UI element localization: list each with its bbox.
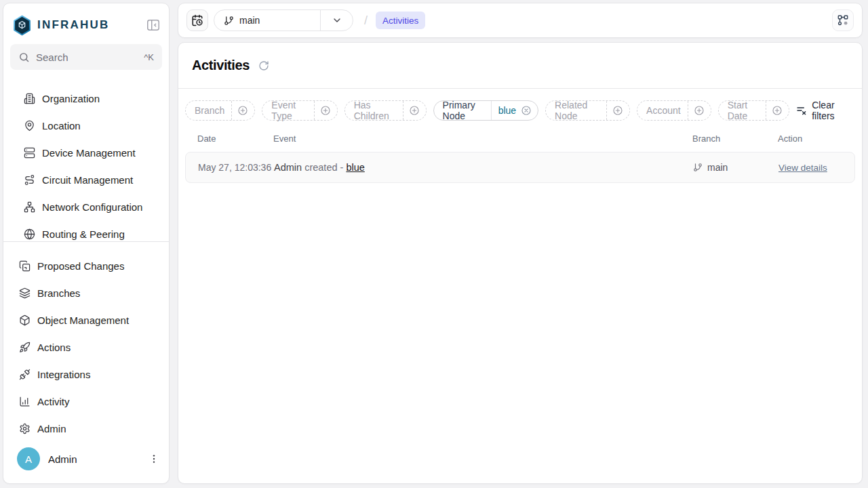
filter-chip-start-date[interactable]: Start Date — [718, 100, 789, 121]
search-icon — [18, 52, 30, 63]
gear-icon — [19, 423, 31, 434]
avatar: A — [17, 447, 40, 470]
brand-wordmark: INFRAHUB — [37, 18, 109, 32]
sidebar-item-label: Object Management — [37, 314, 129, 326]
server-icon — [24, 147, 35, 159]
sidebar-item-device-management[interactable]: Device Management — [3, 139, 169, 166]
plus-circle-icon[interactable] — [403, 101, 426, 120]
clear-filters-label: Clear filters — [812, 100, 851, 121]
rocket-icon — [19, 342, 31, 353]
branch-selector[interactable]: main — [214, 9, 353, 31]
sidebar-item-label: Actions — [37, 342, 71, 353]
sidebar-item-location[interactable]: Location — [3, 112, 169, 139]
sidebar-item-label: Organization — [42, 93, 100, 104]
layers-icon — [19, 287, 31, 299]
table-header: Date Event Branch Action — [185, 121, 855, 152]
sidebar-item-label: Admin — [37, 423, 66, 434]
calendar-clock-icon — [191, 14, 203, 26]
sidebar-item-organization[interactable]: Organization — [3, 85, 169, 112]
plus-circle-icon[interactable] — [231, 101, 254, 120]
sidebar-item-label: Circuit Management — [42, 174, 133, 186]
sidebar: INFRAHUB Search ^K Organization — [3, 3, 170, 484]
time-travel-button[interactable] — [186, 9, 208, 31]
sidebar-item-activity[interactable]: Activity — [3, 388, 169, 415]
filter-chip-label: Start Date — [719, 101, 766, 120]
sidebar-item-label: Branches — [37, 287, 80, 299]
sidebar-item-label: Proposed Changes — [37, 260, 124, 272]
filter-chip-branch[interactable]: Branch — [185, 100, 255, 121]
event-verb: created - — [304, 162, 343, 173]
sidebar-item-label: Device Management — [42, 147, 136, 159]
workflow-icon — [837, 14, 849, 26]
sidebar-item-proposed-changes[interactable]: Proposed Changes — [3, 252, 169, 279]
x-circle-icon[interactable] — [521, 105, 532, 116]
sidebar-item-label: Routing & Peering — [42, 228, 125, 240]
chevron-down-icon — [332, 15, 342, 26]
filter-chip-has-children[interactable]: Has Children — [344, 100, 427, 121]
branch-selector-value: main — [239, 15, 260, 26]
row-action: View details — [778, 161, 854, 174]
filter-chip-label: Has Children — [345, 101, 403, 120]
breadcrumb-separator: / — [364, 14, 368, 28]
sidebar-menu-primary: Organization Location Device Management — [3, 85, 169, 240]
sidebar-item-label: Integrations — [37, 369, 90, 380]
sidebar-item-label: Location — [42, 120, 81, 131]
filter-bar: Branch Event Type Has Children Primary N… — [178, 89, 862, 121]
sidebar-header: INFRAHUB — [3, 10, 169, 40]
row-date: May 27, 12:03:36 — [198, 162, 274, 173]
sidebar-item-routing-peering[interactable]: Routing & Peering — [3, 220, 169, 240]
more-vertical-icon[interactable] — [149, 453, 159, 464]
breadcrumb-current[interactable]: Activities — [376, 12, 425, 29]
filter-chip-primary-node[interactable]: Primary Node blue — [433, 100, 539, 121]
brand[interactable]: INFRAHUB — [13, 15, 146, 36]
table-row[interactable]: May 27, 12:03:36 Admin created - blue ma… — [185, 152, 855, 183]
sidebar-collapse-icon[interactable] — [146, 18, 161, 33]
search-placeholder: Search — [36, 52, 138, 63]
event-object-link[interactable]: blue — [346, 162, 364, 173]
page-title: Activities — [192, 58, 250, 73]
event-actor: Admin — [274, 162, 302, 173]
sidebar-item-integrations[interactable]: Integrations — [3, 361, 169, 388]
schema-button[interactable] — [832, 9, 854, 31]
plus-circle-icon[interactable] — [606, 101, 629, 120]
top-bar: main / Activities — [178, 3, 863, 38]
sidebar-item-circuit-management[interactable]: Circuit Management — [3, 166, 169, 193]
search-input[interactable]: Search ^K — [10, 44, 162, 70]
sidebar-item-network-configuration[interactable]: Network Configuration — [3, 193, 169, 220]
main-content: Activities Branch Event Type Has Childre… — [178, 42, 863, 484]
filter-chip-related-node[interactable]: Related Node — [545, 100, 630, 121]
branch-selector-caret[interactable] — [320, 10, 353, 30]
filter-chip-event-type[interactable]: Event Type — [262, 100, 337, 121]
sidebar-item-branches[interactable]: Branches — [3, 279, 169, 306]
bar-chart-icon — [19, 396, 31, 407]
filter-chip-account[interactable]: Account — [637, 100, 711, 121]
route-icon — [24, 174, 35, 186]
clear-filters-button[interactable]: Clear filters — [796, 100, 854, 121]
plus-circle-icon[interactable] — [766, 101, 789, 120]
column-event: Event — [273, 134, 692, 144]
plus-circle-icon[interactable] — [314, 101, 337, 120]
filter-chip-label: Related Node — [546, 101, 606, 120]
box-icon — [19, 314, 31, 326]
search-shortcut: ^K — [144, 52, 154, 62]
row-branch: main — [693, 162, 778, 173]
sidebar-item-object-management[interactable]: Object Management — [3, 306, 169, 333]
filter-chip-value: blue — [498, 105, 516, 116]
user-name: Admin — [48, 453, 140, 465]
column-action: Action — [778, 134, 855, 144]
network-icon — [24, 201, 35, 213]
view-details-link[interactable]: View details — [778, 163, 827, 173]
sidebar-item-actions[interactable]: Actions — [3, 333, 169, 361]
user-menu[interactable]: A Admin — [3, 444, 169, 474]
infrahub-logo-icon — [13, 15, 31, 36]
column-branch: Branch — [692, 134, 778, 144]
sidebar-item-label: Network Configuration — [42, 201, 142, 213]
sidebar-menu-secondary: Proposed Changes Branches Object Managem… — [3, 252, 169, 442]
plus-circle-icon[interactable] — [688, 101, 711, 120]
globe-icon — [24, 228, 35, 240]
building-icon — [24, 93, 35, 104]
filter-x-icon — [796, 105, 807, 116]
refresh-icon[interactable] — [258, 60, 269, 71]
sidebar-item-admin[interactable]: Admin — [3, 415, 169, 442]
filter-chip-label: Primary Node — [434, 101, 491, 120]
